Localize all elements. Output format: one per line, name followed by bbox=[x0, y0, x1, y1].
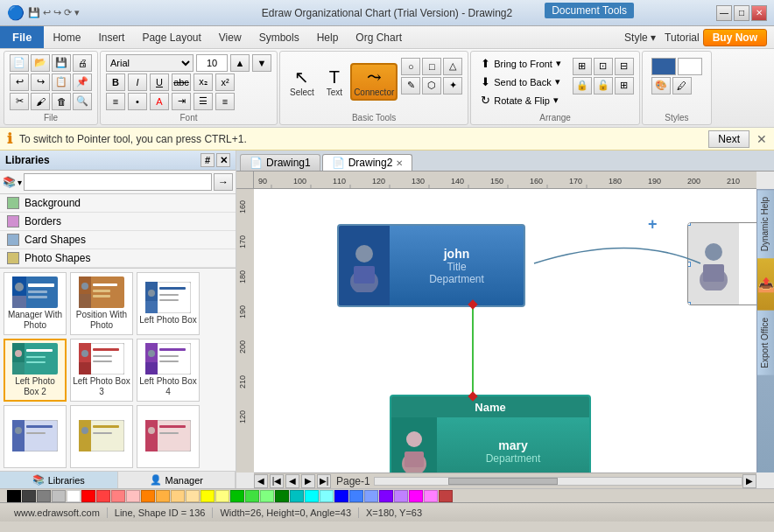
color-swatch[interactable] bbox=[126, 490, 140, 502]
tab-drawing1[interactable]: 📄 Drawing1 bbox=[240, 154, 320, 171]
style-btn-2[interactable] bbox=[678, 58, 702, 75]
library-item-card-shapes[interactable]: Card Shapes bbox=[0, 231, 236, 249]
save-btn[interactable]: 💾 bbox=[52, 54, 71, 72]
superscript-btn[interactable]: x² bbox=[215, 74, 235, 91]
color-swatch[interactable] bbox=[334, 490, 348, 502]
color-swatch[interactable] bbox=[141, 490, 155, 502]
drawing-canvas[interactable]: john Title Department bbox=[254, 189, 756, 472]
color-swatch[interactable] bbox=[22, 490, 36, 502]
color-swatch[interactable] bbox=[275, 490, 289, 502]
search-btn2[interactable]: 🔍 bbox=[73, 93, 92, 110]
color-swatch[interactable] bbox=[111, 490, 125, 502]
page-first-btn[interactable]: |◀ bbox=[270, 474, 284, 488]
menu-file[interactable]: File bbox=[0, 26, 44, 48]
shape-btn-5[interactable]: ⬡ bbox=[422, 77, 441, 94]
panel-close-btn[interactable]: ✕ bbox=[216, 153, 230, 167]
page-last-btn[interactable]: ▶| bbox=[317, 474, 331, 488]
cut-btn[interactable]: ✂ bbox=[10, 93, 29, 110]
align-left-btn[interactable]: ≡ bbox=[106, 93, 125, 110]
color-swatch[interactable] bbox=[37, 490, 51, 502]
font-size-down[interactable]: ▼ bbox=[252, 54, 271, 72]
menu-symbols[interactable]: Symbols bbox=[250, 26, 308, 48]
maximize-btn[interactable]: □ bbox=[734, 5, 749, 21]
shape-left-photo-box-2[interactable]: Left Photo Box 2 bbox=[4, 339, 67, 402]
paste-btn[interactable]: 📌 bbox=[73, 74, 92, 91]
buy-now-btn[interactable]: Buy Now bbox=[703, 29, 767, 46]
clear-btn[interactable]: 🗑 bbox=[52, 93, 71, 110]
color-swatch[interactable] bbox=[7, 490, 21, 502]
org-box-test[interactable]: test Title Department bbox=[687, 222, 756, 305]
color-swatch[interactable] bbox=[320, 490, 334, 502]
shape-manager-with-photo[interactable]: Manager With Photo bbox=[4, 272, 67, 335]
menu-help[interactable]: Help bbox=[308, 26, 348, 48]
next-button[interactable]: Next bbox=[708, 130, 749, 148]
bring-to-front-btn[interactable]: ⬆ Bring to Front ▾ bbox=[476, 55, 566, 72]
color-swatch[interactable] bbox=[245, 490, 259, 502]
export-office-btn[interactable]: Export Office bbox=[757, 311, 774, 375]
library-item-photo-shapes[interactable]: Photo Shapes bbox=[0, 249, 236, 268]
shape-btn-1[interactable]: ○ bbox=[401, 58, 420, 75]
info-close-icon[interactable]: ✕ bbox=[756, 132, 767, 146]
scroll-right-btn[interactable]: ▶ bbox=[742, 474, 756, 488]
color-swatch[interactable] bbox=[186, 490, 200, 502]
library-item-background[interactable]: Background bbox=[0, 194, 236, 213]
export-icon-btn[interactable]: 📤 bbox=[757, 258, 774, 311]
strikethrough-btn[interactable]: abc bbox=[172, 74, 191, 91]
menu-insert[interactable]: Insert bbox=[89, 26, 133, 48]
color-swatch[interactable] bbox=[215, 490, 229, 502]
manager-tab[interactable]: 👤 Manager bbox=[118, 472, 236, 488]
color-swatch[interactable] bbox=[171, 490, 185, 502]
color-swatch[interactable] bbox=[349, 490, 363, 502]
underline-btn[interactable]: U bbox=[150, 74, 169, 91]
menu-page-layout[interactable]: Page Layout bbox=[133, 26, 209, 48]
new-btn[interactable]: 📄 bbox=[10, 54, 29, 72]
search-input[interactable] bbox=[24, 173, 212, 191]
shape-btn-2[interactable]: □ bbox=[422, 58, 441, 75]
dynamic-help-btn[interactable]: Dynamic Help bbox=[757, 189, 774, 258]
library-item-borders[interactable]: Borders bbox=[0, 213, 236, 231]
style-btn-4[interactable]: 🖊 bbox=[672, 77, 692, 94]
style-btn-1[interactable] bbox=[651, 58, 676, 75]
color-swatch[interactable] bbox=[230, 490, 244, 502]
shape-btn-3[interactable]: △ bbox=[443, 58, 462, 75]
arrange-btn-2[interactable]: ⊡ bbox=[594, 58, 613, 75]
connector-tool-btn[interactable]: ⤳ Connector bbox=[350, 63, 398, 101]
color-swatch[interactable] bbox=[379, 490, 393, 502]
shape-extra-1[interactable] bbox=[4, 405, 67, 468]
color-swatch[interactable] bbox=[409, 490, 423, 502]
color-swatch[interactable] bbox=[424, 490, 438, 502]
color-swatch[interactable] bbox=[394, 490, 408, 502]
menu-view[interactable]: View bbox=[210, 26, 250, 48]
arrange-btn-5[interactable]: 🔓 bbox=[594, 77, 613, 94]
color-swatch[interactable] bbox=[81, 490, 95, 502]
send-to-back-btn[interactable]: ⬇ Send to Back ▾ bbox=[476, 74, 566, 90]
redo-btn[interactable]: ↪ bbox=[31, 74, 50, 91]
copy-btn[interactable]: 📋 bbox=[52, 74, 71, 91]
menu-org-chart[interactable]: Org Chart bbox=[347, 26, 411, 48]
color-swatch[interactable] bbox=[290, 490, 304, 502]
libraries-tab[interactable]: 📚 Libraries bbox=[0, 472, 118, 488]
search-go-btn[interactable]: → bbox=[214, 173, 233, 191]
style-link[interactable]: Style ▾ bbox=[624, 32, 656, 44]
shape-btn-4[interactable]: ✎ bbox=[401, 77, 420, 94]
shape-extra-2[interactable] bbox=[70, 405, 133, 468]
page-next-btn[interactable]: ▶ bbox=[301, 474, 315, 488]
arrange-btn-4[interactable]: 🔒 bbox=[573, 77, 592, 94]
tab-close-icon[interactable]: ✕ bbox=[396, 158, 403, 168]
org-box-john[interactable]: john Title Department bbox=[337, 224, 525, 307]
color-swatch[interactable] bbox=[439, 490, 453, 502]
shape-extra-3[interactable] bbox=[137, 405, 200, 468]
font-size-input[interactable] bbox=[196, 54, 228, 72]
color-swatch[interactable] bbox=[364, 490, 378, 502]
style-btn-3[interactable]: 🎨 bbox=[651, 77, 671, 94]
color-swatch[interactable] bbox=[201, 490, 215, 502]
color-swatch[interactable] bbox=[96, 490, 110, 502]
bullet-btn[interactable]: • bbox=[128, 93, 147, 110]
list-btn[interactable]: ≡ bbox=[215, 93, 235, 110]
org-box-mary[interactable]: Name mary Department bbox=[390, 395, 591, 472]
italic-btn[interactable]: I bbox=[128, 74, 147, 91]
select-tool-btn[interactable]: ↖ Select bbox=[285, 64, 319, 100]
h-scrollbar-track[interactable] bbox=[374, 477, 742, 486]
font-size-up[interactable]: ▲ bbox=[230, 54, 250, 72]
color-swatch[interactable] bbox=[305, 490, 319, 502]
